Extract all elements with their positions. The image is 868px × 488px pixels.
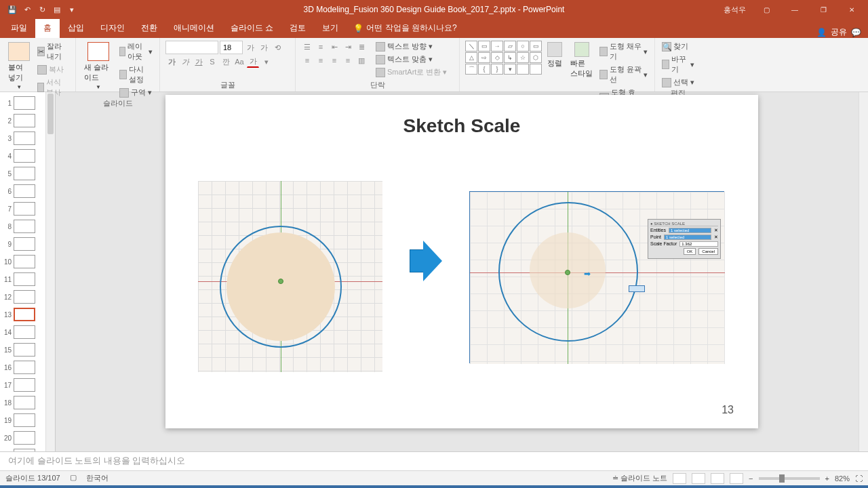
strike-icon[interactable]: S — [206, 56, 218, 68]
right-diagram[interactable]: ➡ ● SKETCH SCALE Entities1 selected✕ Poi… — [469, 191, 724, 363]
redo-icon[interactable]: ↻ — [35, 3, 49, 16]
replace-button[interactable]: 바꾸기▾ — [660, 54, 696, 75]
indent-decrease-icon[interactable]: ⇤ — [328, 41, 340, 53]
clear-entities-icon[interactable]: ✕ — [714, 228, 718, 233]
share-button[interactable]: 공유 — [831, 26, 847, 38]
thumbnail-11[interactable]: 11 — [1, 271, 44, 287]
shape-star-icon[interactable]: ☆ — [517, 52, 529, 63]
shape-brace1-icon[interactable]: { — [478, 64, 490, 75]
tab-view[interactable]: 보기 — [314, 18, 347, 38]
slide[interactable]: Sketch Scale — [165, 95, 758, 428]
align-center-icon[interactable]: ≡ — [315, 54, 327, 66]
thumbnail-9[interactable]: 9 — [1, 236, 44, 252]
italic-icon[interactable]: 가 — [179, 56, 191, 68]
shape-rect-icon[interactable]: ▭ — [478, 41, 490, 52]
shape-arrow-icon[interactable]: → — [491, 41, 503, 52]
indent-increase-icon[interactable]: ⇥ — [342, 41, 354, 53]
zoom-in-icon[interactable]: + — [825, 474, 829, 483]
thumbnail-17[interactable]: 17 — [1, 377, 44, 393]
find-button[interactable]: 🔍찾기 — [660, 41, 696, 52]
text-direction-button[interactable]: 텍스트 방향▾ — [374, 41, 448, 52]
line-spacing-icon[interactable]: ≣ — [355, 41, 368, 53]
shape-curve-icon[interactable]: ⌒ — [465, 64, 477, 75]
thumbnail-21[interactable]: 21 — [1, 447, 44, 451]
thumbnail-13[interactable]: 13 — [1, 306, 44, 323]
smartart-button[interactable]: SmartArt로 변환▾ — [374, 66, 448, 78]
dialog-ok-button[interactable]: OK — [684, 248, 696, 255]
copy-button[interactable]: 복사 — [36, 64, 70, 75]
tab-slideshow[interactable]: 슬라이드 쇼 — [222, 18, 281, 38]
font-color-icon[interactable]: 가 — [247, 56, 259, 68]
qat-more-icon[interactable]: ▾ — [65, 3, 79, 16]
notes-pane[interactable]: 여기에 슬라이드 노트의 내용을 입력하십시오 — [0, 451, 868, 470]
thumbnail-panel[interactable]: 123456789101112131415161718192021 — [0, 92, 56, 451]
thumbnail-1[interactable]: 1 — [1, 95, 44, 111]
shape-connector-icon[interactable]: ↳ — [504, 52, 516, 63]
new-slide-button[interactable]: 새 슬라이드 ▼ — [81, 41, 115, 92]
shadow-icon[interactable]: 깐 — [220, 56, 232, 68]
shape-gallery-more-icon[interactable]: ▾ — [504, 64, 516, 75]
arrange-button[interactable]: 정렬 — [545, 41, 565, 70]
thumbnail-10[interactable]: 10 — [1, 253, 44, 270]
tab-home[interactable]: 홈 — [35, 18, 60, 38]
sketch-scale-dialog[interactable]: ● SKETCH SCALE Entities1 selected✕ Point… — [648, 219, 721, 259]
thumbnail-12[interactable]: 12 — [1, 289, 44, 305]
shape-more1-icon[interactable]: ⬡ — [530, 52, 542, 63]
font-size-input[interactable] — [220, 41, 243, 54]
tab-review[interactable]: 검토 — [281, 18, 314, 38]
normal-view-icon[interactable] — [673, 473, 686, 484]
select-button[interactable]: 선택▾ — [660, 77, 696, 88]
underline-icon[interactable]: 가 — [193, 56, 205, 68]
align-right-icon[interactable]: ≡ — [328, 54, 340, 66]
start-from-beginning-icon[interactable]: ▤ — [50, 3, 64, 16]
shape-x2-icon[interactable] — [530, 64, 542, 75]
arrow-shape[interactable] — [408, 230, 449, 291]
shape-line-icon[interactable]: ＼ — [465, 41, 477, 52]
cut-button[interactable]: ✂잘라내기 — [36, 41, 70, 62]
shape-brace2-icon[interactable]: } — [491, 64, 503, 75]
zoom-level[interactable]: 82% — [835, 474, 850, 483]
thumbnail-3[interactable]: 3 — [1, 130, 44, 146]
shape-tri-icon[interactable]: △ — [465, 52, 477, 63]
spacing-icon[interactable]: Aa — [233, 56, 245, 68]
columns-icon[interactable]: ▥ — [355, 54, 368, 66]
tab-file[interactable]: 파일 — [3, 18, 35, 38]
thumbnail-7[interactable]: 7 — [1, 201, 44, 217]
scale-handle[interactable] — [629, 285, 645, 292]
user-name[interactable]: 홍석우 — [718, 1, 751, 18]
scrollbar-handle[interactable] — [47, 94, 54, 134]
bullets-icon[interactable]: ☰ — [301, 41, 313, 53]
decrease-font-icon[interactable]: 가 — [258, 41, 270, 54]
tab-animations[interactable]: 애니메이션 — [165, 18, 222, 38]
thumbnail-4[interactable]: 4 — [1, 148, 44, 164]
thumbnail-2[interactable]: 2 — [1, 113, 44, 129]
slide-title[interactable]: Sketch Scale — [165, 115, 758, 137]
language-indicator[interactable]: 한국어 — [86, 473, 108, 483]
dialog-cancel-button[interactable]: Cancel — [698, 248, 718, 255]
reading-view-icon[interactable] — [711, 473, 724, 484]
shape-rect2-icon[interactable]: ▱ — [504, 41, 516, 52]
slideshow-view-icon[interactable] — [730, 473, 743, 484]
paste-button[interactable]: 붙여넣기 ▼ — [5, 41, 33, 92]
thumbnail-18[interactable]: 18 — [1, 394, 44, 411]
zoom-slider[interactable] — [759, 477, 820, 480]
clear-format-icon[interactable]: ⟲ — [271, 41, 283, 54]
numbering-icon[interactable]: ≡ — [315, 41, 327, 53]
spell-icon[interactable]: ▢ — [70, 473, 77, 483]
shape-outline-button[interactable]: 도형 윤곽선▾ — [598, 64, 649, 85]
fit-icon[interactable]: ⛶ — [855, 474, 863, 483]
shape-x1-icon[interactable] — [517, 64, 529, 75]
slide-editor[interactable]: Sketch Scale — [56, 92, 868, 451]
notes-toggle[interactable]: ≐ 슬라이드 노트 — [612, 473, 667, 483]
align-text-button[interactable]: 텍스트 맞춤▾ — [374, 54, 448, 65]
thumbnail-15[interactable]: 15 — [1, 342, 44, 358]
thumbnail-20[interactable]: 20 — [1, 430, 44, 446]
quick-styles-button[interactable]: 빠른 스타일 — [568, 41, 595, 80]
clear-point-icon[interactable]: ✕ — [714, 235, 718, 240]
shape-arrow2-icon[interactable]: ⇨ — [478, 52, 490, 63]
shape-rect3-icon[interactable]: ▭ — [530, 41, 542, 52]
increase-font-icon[interactable]: 가 — [244, 41, 256, 54]
reset-button[interactable]: 다시 설정 — [118, 64, 154, 85]
thumbnail-19[interactable]: 19 — [1, 412, 44, 428]
ribbon-options-icon[interactable]: ▢ — [753, 1, 780, 18]
